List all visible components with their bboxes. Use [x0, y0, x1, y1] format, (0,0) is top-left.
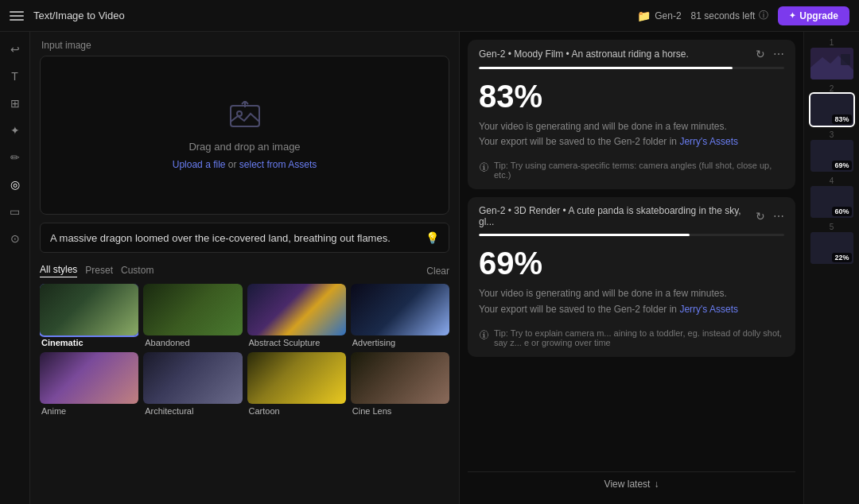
- style-item-abstract[interactable]: Abstract Sculpture: [247, 284, 346, 347]
- hamburger-menu[interactable]: [10, 8, 25, 24]
- styles-clear-button[interactable]: Clear: [426, 266, 449, 277]
- tab-all-styles[interactable]: All styles: [40, 264, 77, 277]
- style-item-architectural[interactable]: Architectural: [143, 352, 242, 416]
- view-latest-icon: ↓: [654, 479, 659, 490]
- tab-preset[interactable]: Preset: [85, 265, 113, 277]
- rail-grid-icon[interactable]: ⊞: [4, 92, 26, 114]
- select-assets-link[interactable]: select from Assets: [239, 159, 317, 170]
- gen-2-percent: 69%: [468, 246, 795, 286]
- magic-icon[interactable]: 💡: [426, 231, 439, 244]
- view-latest-bar[interactable]: View latest ↓: [468, 471, 795, 496]
- gen-1-more-icon[interactable]: ⋯: [773, 48, 784, 60]
- thumb-5-pct: 22%: [832, 253, 851, 262]
- gen-2-refresh-icon[interactable]: ↻: [756, 210, 765, 223]
- gen-card-2: Gen-2 • 3D Render • A cute panda is skat…: [468, 197, 795, 356]
- left-panel: Input image Drag and drop an image Uploa…: [30, 32, 460, 504]
- nav-right: 📁 Gen-2 81 seconds left ⓘ Upgrade: [637, 6, 849, 25]
- main-layout: ↩ T ⊞ ✦ ✏ ◎ ▭ ⊙ Input image Drag and dro…: [0, 32, 859, 504]
- rail-plus-icon[interactable]: ✦: [4, 119, 26, 142]
- thumb-strip-item-4[interactable]: 4 60%: [810, 175, 853, 218]
- style-name-cinelens: Cine Lens: [351, 404, 449, 416]
- gen-2-desc: Your video is generating and will be don…: [468, 286, 795, 316]
- gen-1-desc: Your video is generating and will be don…: [468, 119, 795, 149]
- gen-2-progress-track: [479, 234, 784, 236]
- rail-back-icon[interactable]: ↩: [4, 38, 26, 60]
- style-item-abandoned[interactable]: Abandoned: [143, 284, 242, 347]
- thumb-strip-item-5[interactable]: 5 22%: [810, 221, 853, 264]
- style-name-advertising: Advertising: [351, 335, 449, 347]
- gen-2-tip: 🛈 Tip: Try to explain camera m... aining…: [468, 317, 795, 347]
- drag-drop-text: Drag and drop an image: [189, 141, 300, 153]
- timer-info: 81 seconds left ⓘ: [691, 9, 769, 22]
- rail-circle-icon[interactable]: ⊙: [4, 227, 26, 250]
- or-text: or: [228, 159, 237, 170]
- prompt-input[interactable]: [50, 232, 419, 244]
- gen-2-title: Gen-2 • 3D Render • A cute panda is skat…: [479, 205, 751, 227]
- icon-rail: ↩ T ⊞ ✦ ✏ ◎ ▭ ⊙: [0, 32, 30, 504]
- thumb-4-pct: 60%: [832, 207, 851, 216]
- info-icon: ⓘ: [759, 9, 768, 22]
- folder-icon: 📁: [637, 10, 651, 22]
- rail-rect-icon[interactable]: ▭: [4, 200, 26, 223]
- style-name-architectural: Architectural: [143, 404, 242, 416]
- tip-icon: 🛈: [479, 161, 489, 173]
- gen-card-2-header: Gen-2 • 3D Render • A cute panda is skat…: [468, 197, 795, 234]
- gen-2-progress-fill: [479, 234, 690, 236]
- thumb-2-img: 83%: [810, 94, 853, 126]
- upload-file-link[interactable]: Upload a file: [173, 159, 226, 170]
- upload-link[interactable]: Upload a file or select from Assets: [173, 159, 317, 170]
- gen-1-percent: 83%: [468, 79, 795, 119]
- style-item-anime[interactable]: Anime: [40, 352, 138, 416]
- gen-2-more-icon[interactable]: ⋯: [773, 210, 784, 223]
- input-image-label: Input image: [30, 32, 459, 56]
- thumb-5-img: 22%: [810, 232, 853, 264]
- gen-2-assets-link[interactable]: Jerry's Assets: [679, 304, 738, 315]
- folder-info: 📁 Gen-2: [637, 10, 681, 22]
- thumb-strip-item-3[interactable]: 3 69%: [810, 129, 853, 172]
- gen-card-1-header: Gen-2 • Moody Film • An astronaut riding…: [468, 40, 795, 67]
- style-item-cinelens[interactable]: Cine Lens: [351, 352, 449, 416]
- gen-1-title: Gen-2 • Moody Film • An astronaut riding…: [479, 48, 751, 60]
- thumb-3-pct: 69%: [832, 161, 851, 170]
- style-item-cartoon[interactable]: Cartoon: [247, 352, 346, 416]
- svg-rect-4: [841, 54, 850, 65]
- rail-edit-icon[interactable]: ✏: [4, 146, 26, 169]
- gen-2-actions: ↻ ⋯: [756, 210, 784, 223]
- top-nav: Text/Image to Video 📁 Gen-2 81 seconds l…: [0, 0, 859, 32]
- thumb-2-pct: 83%: [832, 114, 851, 124]
- rail-text-icon[interactable]: T: [4, 65, 26, 87]
- thumb-3-img: 69%: [810, 140, 853, 172]
- gen-1-progress-track: [479, 67, 784, 69]
- style-name-cinematic: Cinematic: [40, 335, 138, 347]
- image-upload-icon: [229, 101, 261, 134]
- tab-custom[interactable]: Custom: [121, 265, 154, 277]
- timer-text: 81 seconds left: [691, 10, 756, 21]
- gen-1-assets-link[interactable]: Jerry's Assets: [679, 136, 738, 147]
- gen-card-1: Gen-2 • Moody Film • An astronaut riding…: [468, 40, 795, 189]
- thumb-4-img: 60%: [810, 186, 853, 218]
- thumb-strip: 1 2 83% 3 69% 4 60%: [803, 32, 859, 504]
- right-panel: Gen-2 • Moody Film • An astronaut riding…: [460, 32, 803, 504]
- folder-name: Gen-2: [655, 10, 681, 21]
- style-item-cinematic[interactable]: Cinematic: [40, 284, 138, 347]
- gen-1-actions: ↻ ⋯: [756, 48, 784, 60]
- page-title: Text/Image to Video: [33, 10, 629, 21]
- style-item-advertising[interactable]: Advertising: [351, 284, 449, 347]
- tip-icon-2: 🛈: [479, 329, 489, 341]
- styles-header: All styles Preset Custom Clear: [30, 261, 459, 284]
- svg-rect-0: [231, 106, 259, 126]
- gen-1-refresh-icon[interactable]: ↻: [756, 48, 765, 60]
- prompt-row: 💡: [40, 223, 449, 253]
- image-drop-area[interactable]: Drag and drop an image Upload a file or …: [40, 56, 449, 215]
- thumb-1-img: [810, 48, 853, 79]
- styles-grid: Cinematic Abandoned Abstract Sculpture A…: [30, 284, 459, 424]
- gen-1-tip: 🛈 Tip: Try using camera-specific terms: …: [468, 149, 795, 180]
- style-name-cartoon: Cartoon: [247, 404, 346, 416]
- view-latest-label: View latest: [604, 479, 651, 490]
- style-name-anime: Anime: [40, 404, 138, 416]
- thumb-strip-item-1[interactable]: 1: [810, 37, 853, 79]
- upgrade-button[interactable]: Upgrade: [778, 6, 849, 25]
- gen-1-progress-fill: [479, 67, 733, 69]
- thumb-strip-item-2[interactable]: 2 83%: [810, 83, 853, 126]
- rail-video-icon[interactable]: ◎: [4, 173, 26, 196]
